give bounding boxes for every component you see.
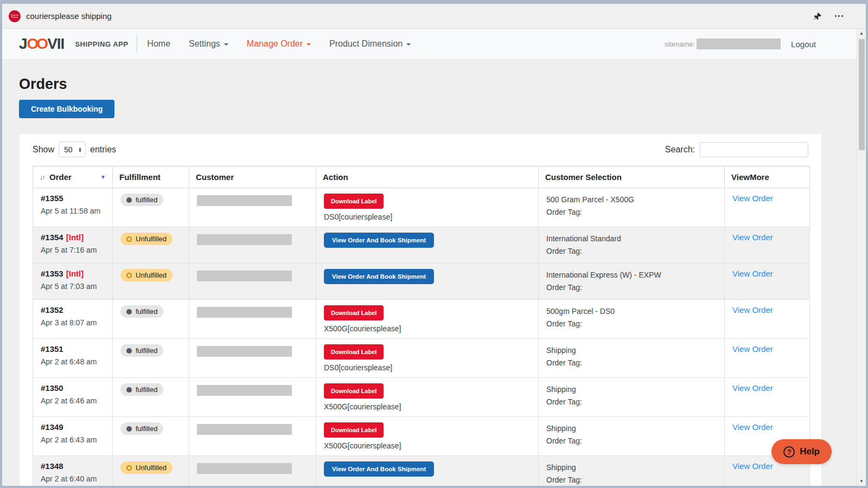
order-date: Apr 2 at 6:48 am [41,357,105,366]
table-row: #1351 Apr 2 at 6:48 am fulfilled Downloa… [33,339,810,378]
order-intl-tag: [Intl] [66,233,84,242]
table-row: #1354[Intl] Apr 5 at 7:16 am Unfulfilled… [33,227,810,264]
logo-letter-j: J [19,35,27,52]
order-number: #1348 [41,461,63,471]
action-button[interactable]: Download Label [324,383,384,399]
chevron-down-icon [224,43,228,46]
customer-name-redacted [197,424,292,435]
view-order-link[interactable]: View Order [732,461,773,471]
customer-name-redacted [197,385,292,396]
order-number: #1350 [41,383,63,393]
customer-selection-text: International Standard [546,233,717,245]
browser-titlebar: Couriers Please couriersplease shipping [2,4,866,29]
show-label: Show [33,145,54,155]
search-label: Search: [665,145,695,155]
customer-name-redacted [197,346,292,357]
column-header-viewmore[interactable]: ViewMore [725,166,810,188]
action-button[interactable]: Download Label [324,422,384,438]
customer-selection-text: International Express (W) - EXPW [546,269,717,281]
joovii-logo: JOOVII [19,35,64,53]
order-tag-label: Order Tag: [546,245,717,258]
order-tag-label: Order Tag: [546,357,717,369]
customer-selection-text: Shipping [546,422,717,435]
status-dot-icon [126,309,132,314]
app-navbar: JOOVII SHIPPING APP Home Settings Manage… [2,29,866,60]
column-header-customer[interactable]: Customer [189,166,316,188]
status-dot-icon [126,236,132,242]
logo-letters-vii: VII [47,35,64,52]
fulfillment-badge: Unfulfilled [120,233,173,245]
orders-card: Show 50 ▲▼ entries Search: [19,133,822,486]
order-tag-label: Order Tag: [546,396,717,408]
nav-item-settings[interactable]: Settings [189,39,228,49]
nav-item-product-dimension[interactable]: Product Dimension [329,39,411,49]
order-number: #1353 [41,269,63,278]
action-button[interactable]: View Order And Book Shipment [324,233,434,248]
order-date: Apr 2 at 6:40 am [41,474,105,483]
order-date: Apr 5 at 7:03 am [41,282,105,291]
nav-item-home[interactable]: Home [147,39,170,49]
select-arrows-icon: ▲▼ [78,147,82,152]
fulfillment-badge: fulfilled [120,194,163,206]
sitename-redacted [697,38,781,49]
action-sublabel: DS0[couriersplease] [324,213,531,221]
order-number: #1349 [41,422,63,432]
table-row: #1352 Apr 3 at 8:07 am fulfilled Downloa… [33,300,810,339]
customer-name-redacted [197,307,292,318]
fulfillment-badge: Unfulfilled [120,461,173,474]
status-dot-icon [126,197,132,203]
scrollbar-thumb[interactable] [859,39,865,150]
customer-name-redacted [197,271,292,281]
entries-select[interactable]: 50 ▲▼ [59,142,86,157]
view-order-link[interactable]: View Order [732,194,773,203]
scrollbar-down-icon[interactable]: ▼ [859,477,864,486]
customer-name-redacted [197,195,292,206]
action-button[interactable]: View Order And Book Shipment [324,269,434,284]
column-header-customer-selection[interactable]: Customer Selection [539,166,725,188]
more-options-icon[interactable] [834,13,844,19]
chevron-down-icon [406,43,411,46]
customer-selection-text: Shipping [546,461,717,474]
fulfillment-badge: fulfilled [120,344,163,357]
action-sublabel: X500G[couriersplease] [324,324,531,333]
pin-icon[interactable] [813,12,822,21]
customer-selection-text: 500gm Parcel - DS0 [546,305,717,318]
scrollbar-up-icon[interactable]: ▲ [859,29,864,38]
app-window: Couriers Please couriersplease shipping … [2,4,866,486]
view-order-link[interactable]: View Order [732,422,773,432]
help-button-label: Help [800,446,820,457]
order-tag-label: Order Tag: [546,474,717,486]
order-intl-tag: [Intl] [66,269,84,278]
action-button[interactable]: Download Label [324,194,384,209]
action-sublabel: X500G[couriersplease] [324,402,531,411]
action-button[interactable]: Download Label [324,344,384,359]
order-tag-label: Order Tag: [546,318,717,330]
view-order-link[interactable]: View Order [732,344,773,354]
status-dot-icon [126,465,132,471]
help-button[interactable]: ? Help [771,439,832,464]
customer-name-redacted [197,463,292,474]
fulfillment-badge: fulfilled [120,305,163,318]
view-order-link[interactable]: View Order [732,305,773,314]
create-bulkbooking-button[interactable]: Create Bulkbooking [19,100,114,118]
order-tag-label: Order Tag: [546,206,717,219]
order-date: Apr 5 at 7:16 am [41,246,105,254]
search-input[interactable] [700,142,808,157]
column-header-action[interactable]: Action [316,166,539,188]
logout-link[interactable]: Logout [791,40,816,49]
page-scrollbar: ▲ ▼ [857,29,866,486]
main-content: Orders Create Bulkbooking Show 50 ▲▼ ent… [2,60,866,486]
action-button[interactable]: View Order And Book Shipment [324,461,434,477]
orders-table: ↓↑ Order ▼ Fulfillment Customer Action C… [33,166,810,486]
table-row: #1353[Intl] Apr 5 at 7:03 am Unfulfilled… [33,264,810,300]
column-header-order[interactable]: ↓↑ Order ▼ [33,166,113,188]
view-order-link[interactable]: View Order [732,233,773,242]
view-order-link[interactable]: View Order [732,383,773,393]
action-button[interactable]: Download Label [324,305,384,320]
column-header-fulfillment[interactable]: Fulfillment [113,166,189,188]
nav-item-manage-order[interactable]: Manage Order [247,39,311,49]
view-order-link[interactable]: View Order [732,269,773,278]
table-row: #1355 Apr 5 at 11:58 am fulfilled Downlo… [33,188,810,227]
logo-infinity-oo: OO [27,35,47,52]
action-sublabel: DS0[couriersplease] [324,363,531,372]
